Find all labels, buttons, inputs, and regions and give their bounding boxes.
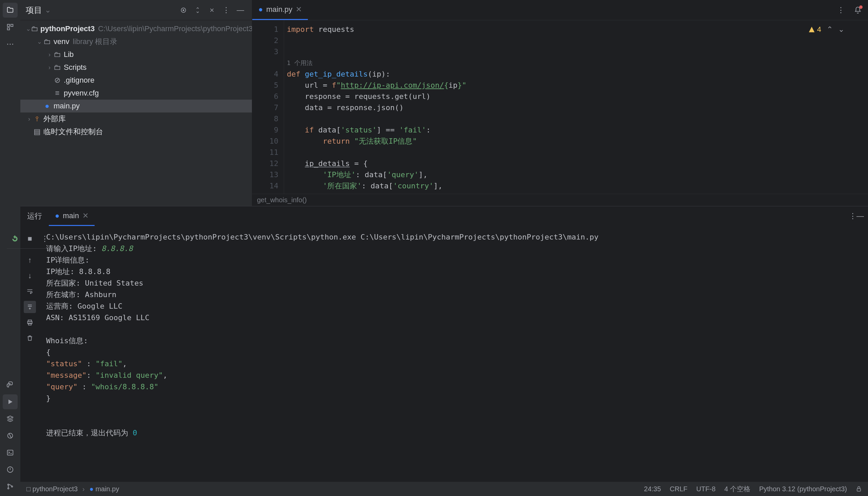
up-icon[interactable]: ↑	[24, 254, 36, 266]
status-project[interactable]: □ pythonProject3	[27, 485, 78, 493]
tree-mainpy[interactable]: ● main.py	[20, 99, 252, 112]
console-line: "message": "invalid query",	[46, 370, 861, 381]
minimize-panel-icon[interactable]: —	[234, 4, 246, 16]
svg-rect-4	[8, 450, 13, 455]
code-area[interactable]: import requests 1 个用法 def get_ip_details…	[284, 20, 868, 194]
status-eol[interactable]: CRLF	[670, 485, 687, 493]
tree-item-label: .gitignore	[64, 76, 94, 85]
problems-button[interactable]	[3, 462, 18, 477]
console-output[interactable]: C:\Users\lipin\PycharmProjects\pythonPro…	[39, 226, 868, 482]
run-tab-label: main	[63, 212, 79, 220]
services-button[interactable]	[3, 411, 18, 426]
run-panel: 运行 ● main ✕ ⋮ — ⋮ ↑ ↓	[20, 206, 868, 482]
status-position[interactable]: 24:35	[644, 485, 661, 493]
console-line: Whois信息:	[46, 335, 861, 346]
tree-root-path: C:\Users\lipin\PycharmProjects\pythonPro…	[98, 25, 252, 33]
more-tool-button[interactable]: ⋯	[3, 36, 18, 51]
status-file[interactable]: ● main.py	[90, 485, 119, 493]
tree-item-hint: library 根目录	[73, 36, 117, 47]
delete-icon[interactable]	[24, 332, 36, 344]
notifications-icon[interactable]	[852, 4, 864, 16]
console-line: IP地址: 8.8.8.8	[46, 266, 861, 278]
console-line: "status" : "fail",	[46, 358, 861, 370]
soft-wrap-icon[interactable]	[24, 285, 36, 297]
tree-item-label: Lib	[64, 50, 74, 59]
svg-rect-1	[11, 25, 13, 27]
tree-external[interactable]: › ⫯ 外部库	[20, 112, 252, 125]
inspection-badge[interactable]: 4 ⌃ ⌄	[808, 25, 844, 34]
run-tab-main[interactable]: ● main ✕	[49, 206, 94, 226]
library-icon: ⫯	[32, 114, 41, 123]
editor-body[interactable]: 123 4567 891011 121314 import requests 1…	[252, 20, 868, 194]
editor-gutter: 123 4567 891011 121314	[252, 20, 284, 194]
tree-gitignore[interactable]: ⊘ .gitignore	[20, 74, 252, 87]
lock-icon[interactable]	[856, 486, 862, 492]
tree-item-label: Scripts	[64, 63, 87, 72]
python-console-button[interactable]	[3, 377, 18, 392]
editor-area: ● main.py ✕ ⋮ 123	[252, 0, 868, 206]
close-tab-icon[interactable]: ✕	[296, 5, 302, 14]
status-encoding[interactable]: UTF-8	[697, 485, 716, 493]
console-line: 所在城市: Ashburn	[46, 289, 861, 300]
vcs-button[interactable]	[3, 479, 18, 494]
terminal-button[interactable]	[3, 445, 18, 460]
project-tool-button[interactable]	[3, 3, 18, 18]
console-line: }	[46, 393, 861, 404]
run-panel-options-icon[interactable]: ⋮	[849, 212, 856, 220]
status-interpreter[interactable]: Python 3.12 (pythonProject3)	[759, 485, 847, 493]
status-indent[interactable]: 4 个空格	[724, 484, 750, 494]
python-file-icon: ●	[258, 5, 263, 14]
editor-breadcrumb[interactable]: get_whois_info()	[252, 194, 868, 206]
debug-button[interactable]	[3, 428, 18, 443]
close-tab-icon[interactable]: ✕	[83, 212, 89, 220]
console-line: C:\Users\lipin\PycharmProjects\pythonPro…	[46, 231, 861, 243]
folder-icon: 🗀	[43, 37, 51, 46]
rerun-button[interactable]	[9, 233, 21, 245]
run-panel-minimize-icon[interactable]: —	[856, 212, 864, 220]
editor-tab-label: main.py	[266, 5, 292, 14]
structure-tool-button[interactable]	[3, 20, 18, 34]
svg-rect-2	[8, 28, 10, 30]
svg-point-10	[183, 10, 184, 11]
tree-scratch[interactable]: ▤ 临时文件和控制台	[20, 125, 252, 138]
nav-down-icon[interactable]: ⌄	[838, 25, 844, 34]
expand-all-icon[interactable]	[192, 4, 204, 16]
usage-hint: 1 个用法	[287, 57, 868, 68]
status-bar: □ pythonProject3 › ● main.py 24:35 CRLF …	[20, 482, 868, 496]
tree-pyvenv[interactable]: ≡ pyvenv.cfg	[20, 87, 252, 99]
warning-icon: 4	[808, 25, 821, 34]
console-line: 进程已结束，退出代码为 0	[46, 427, 861, 439]
run-panel-tabs: 运行 ● main ✕ ⋮ —	[20, 206, 868, 226]
stop-button[interactable]	[24, 233, 36, 245]
editor-tab-main[interactable]: ● main.py ✕	[252, 0, 308, 20]
console-line: ASN: AS15169 Google LLC	[46, 312, 861, 324]
panel-options-icon[interactable]: ⋮	[220, 4, 232, 16]
project-panel: 项目 ⌄ ⋮ — ⌄	[20, 0, 252, 206]
project-panel-header: 项目 ⌄ ⋮ —	[20, 0, 252, 20]
tree-item-label: pyvenv.cfg	[64, 89, 99, 97]
tree-venv[interactable]: ⌄ 🗀 venv library 根目录	[20, 35, 252, 48]
tree-lib[interactable]: › 🗀 Lib	[20, 48, 252, 61]
console-line: "query" : "whois/8.8.8.8"	[46, 381, 861, 393]
collapse-all-icon[interactable]	[206, 4, 218, 16]
project-tree[interactable]: ⌄ 🗀 pythonProject3 C:\Users\lipin\Pychar…	[20, 20, 252, 206]
scroll-to-end-icon[interactable]	[24, 301, 36, 313]
nav-up-icon[interactable]: ⌃	[827, 25, 833, 34]
console-line: {	[46, 346, 861, 358]
print-icon[interactable]	[24, 316, 36, 329]
tree-root[interactable]: ⌄ 🗀 pythonProject3 C:\Users\lipin\Pychar…	[20, 22, 252, 35]
svg-point-7	[8, 488, 9, 489]
run-tool-button[interactable]	[3, 394, 18, 409]
svg-point-6	[8, 484, 9, 485]
tree-item-label: 外部库	[43, 114, 66, 124]
file-icon: ≡	[53, 89, 62, 97]
chevron-down-icon[interactable]: ⌄	[45, 6, 51, 15]
tree-scripts[interactable]: › 🗀 Scripts	[20, 61, 252, 74]
editor-tabs: ● main.py ✕ ⋮	[252, 0, 868, 20]
down-icon[interactable]: ↓	[24, 270, 36, 282]
project-panel-title: 项目	[26, 5, 42, 16]
svg-rect-0	[8, 25, 10, 27]
python-file-icon: ●	[43, 102, 51, 110]
editor-more-icon[interactable]: ⋮	[835, 4, 847, 16]
locate-icon[interactable]	[177, 4, 190, 16]
